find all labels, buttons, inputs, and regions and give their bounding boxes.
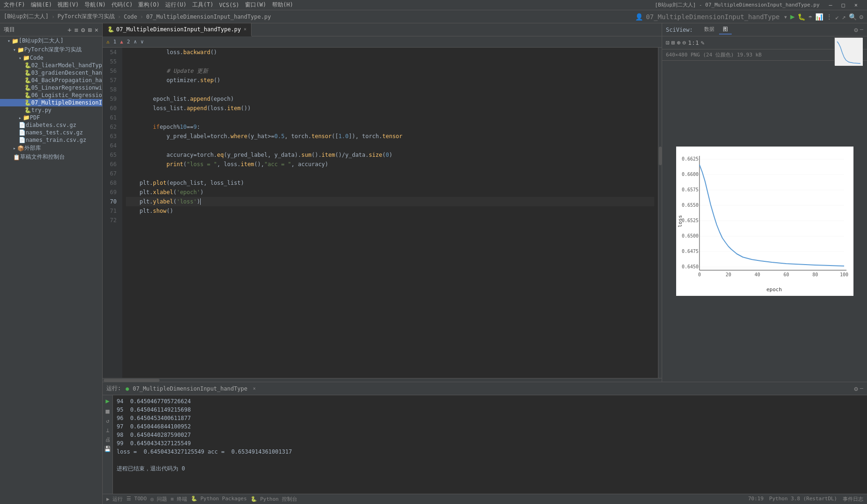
code-line-58	[126, 85, 654, 94]
run-stop-icon[interactable]: ■	[105, 407, 109, 415]
zoom-out-icon[interactable]: ⊖	[682, 39, 686, 46]
code-line-62: if epoch % 10 == 9:	[126, 122, 654, 132]
code-content[interactable]: loss.backward() # Update 更新	[122, 48, 658, 378]
menu-window[interactable]: 窗口(W)	[245, 1, 266, 9]
menu-nav[interactable]: 导航(N)	[84, 1, 106, 9]
run-print-icon[interactable]: 🖨	[105, 436, 111, 443]
toolbar-collapse[interactable]: ≡	[74, 26, 78, 34]
status-python[interactable]: Python 3.8 (RestartDL)	[769, 496, 837, 503]
scrollbar-thumb[interactable]	[659, 147, 662, 165]
menu-run[interactable]: 运行(U)	[165, 1, 187, 9]
editor-hscrollbar[interactable]	[103, 378, 662, 382]
tree-file-04[interactable]: 🐍 04_BackPropagation_handType.py	[0, 77, 102, 84]
status-event-log[interactable]: 事件日志	[843, 496, 863, 503]
code-editor[interactable]: 54 55 56 57 58 59 60 61 62 63 64 65	[103, 48, 662, 378]
tree-file-05[interactable]: 🐍 05_LinearRegressionwithPyTorch_handTyp…	[0, 84, 102, 91]
menu-code[interactable]: 代码(C)	[112, 1, 133, 9]
tree-file-02[interactable]: 🐍 02_liearModel_handType.py	[0, 62, 102, 69]
profile-button[interactable]: 📊	[815, 13, 823, 21]
arrow-up[interactable]: ∧	[134, 39, 137, 45]
settings-icon[interactable]: ⚙	[860, 13, 863, 21]
run-settings-icon[interactable]: ⚙	[854, 385, 858, 392]
run-play-icon[interactable]: ▶	[105, 397, 109, 405]
vcs-update[interactable]: ↙	[835, 13, 839, 21]
arrow-down[interactable]: ∨	[140, 39, 144, 45]
menu-vcs[interactable]: VCS(S)	[219, 2, 239, 8]
hscrollbar-thumb[interactable]	[104, 379, 160, 382]
more-button[interactable]: ⋮	[826, 13, 832, 21]
tree-names-test[interactable]: 📄 names_test.csv.gz	[0, 129, 102, 136]
menu-help[interactable]: 帮助(H)	[272, 1, 294, 9]
output-line-99: 99 0.6450434327125549	[117, 439, 863, 448]
menu-edit[interactable]: 编辑(E)	[31, 1, 52, 9]
tree-scratch[interactable]: 📋 草稿文件和控制台	[0, 153, 102, 161]
run-button[interactable]: ▶	[790, 12, 795, 21]
code-line-64	[126, 141, 654, 150]
status-console[interactable]: 🐍 Python 控制台	[251, 496, 297, 503]
error-icon: ▲	[120, 39, 123, 45]
line-num-60: 60	[103, 104, 119, 113]
menu-view[interactable]: 视图(V)	[57, 1, 79, 9]
coverage-button[interactable]: ☂	[808, 13, 812, 21]
code-line-72	[126, 216, 654, 225]
window-maximize[interactable]: □	[842, 2, 845, 8]
status-terminal[interactable]: ≡ 终端	[171, 496, 187, 503]
menu-refactor[interactable]: 重构(O)	[138, 1, 160, 9]
run-minimize-icon[interactable]: —	[860, 385, 863, 392]
svg-rect-27	[835, 38, 863, 66]
status-position[interactable]: 70:19	[748, 496, 763, 503]
editor-tab-active[interactable]: 🐍 07_MultipleDimensionInput_handType.py …	[103, 23, 252, 36]
tree-external[interactable]: ▸ 📦 外部库	[0, 144, 102, 153]
vcs-push[interactable]: ↗	[842, 13, 846, 21]
window-minimize[interactable]: —	[829, 2, 832, 8]
run-tab-close[interactable]: ×	[253, 386, 256, 391]
tree-file-06[interactable]: 🐍 06_Logistic_Regression_handType.py	[0, 91, 102, 99]
toolbar-layout[interactable]: ⊞	[88, 26, 91, 34]
tree-file-03[interactable]: 🐍 03_gradienDescent_handType.py	[0, 69, 102, 77]
status-todo[interactable]: ☰ TODO	[126, 496, 147, 503]
status-run[interactable]: ▶ 运行	[106, 496, 123, 503]
warning-count: 1	[113, 39, 117, 45]
edit-icon[interactable]: ✎	[701, 39, 705, 46]
zoom-in-icon[interactable]: ⊕	[677, 39, 681, 46]
tree-names-train[interactable]: 📄 names_train.csv.gz	[0, 136, 102, 144]
menu-tools[interactable]: 工具(T)	[192, 1, 214, 9]
run-output[interactable]: 94 0.6450467705726624 95 0.6450461149215…	[113, 395, 867, 494]
tree-file-07[interactable]: 🐍 07_MultipleDimensionInput_handType.py	[0, 99, 102, 106]
run-rerun-icon[interactable]: ↺	[106, 418, 109, 424]
sciview-tab-chart[interactable]: 图	[719, 25, 732, 35]
zoom-ratio: 1:1	[688, 39, 699, 46]
toolbar-close-panel[interactable]: ×	[95, 26, 98, 34]
sciview-settings[interactable]: ⚙	[854, 26, 858, 34]
search-everywhere[interactable]: 🔍	[849, 13, 857, 21]
tree-root[interactable]: ▾ 📁 [B站up刘二大人]	[0, 36, 102, 45]
status-problems[interactable]: ◎ 问题	[150, 496, 167, 503]
editor-scrollbar[interactable]	[658, 48, 662, 378]
status-packages[interactable]: 🐍 Python Packages	[191, 496, 247, 503]
toolbar-settings[interactable]: ⚙	[81, 26, 85, 34]
window-close[interactable]: ×	[854, 2, 858, 8]
line-num-69: 69	[103, 188, 119, 197]
run-scroll-icon[interactable]: ⊥	[106, 427, 109, 434]
sciview-dropdown[interactable]: 07_MultipleDimensionInput_handType ▾	[646, 13, 787, 21]
arrow-icon: ▾	[19, 56, 21, 61]
tree-pytorch[interactable]: ▾ 📁 PyTorch深度学习实战	[0, 45, 102, 54]
grid-icon[interactable]: ⊞	[671, 39, 675, 46]
sciview-minimize[interactable]: —	[860, 26, 863, 34]
debug-button[interactable]: 🐛	[797, 13, 805, 21]
menu-file[interactable]: 文件(F)	[4, 1, 25, 9]
tree-file-try[interactable]: 🐍 try.py	[0, 106, 102, 114]
tree-diabetes[interactable]: 📄 diabetes.csv.gz	[0, 121, 102, 129]
account-icon[interactable]: 👤	[635, 13, 643, 21]
code-line-68: plt.plot(epoch_list, loss_list)	[126, 178, 654, 188]
project-title: 项目	[4, 26, 15, 34]
run-save-icon[interactable]: 💾	[104, 446, 111, 452]
tree-pdf[interactable]: ▸ 📁 PDF	[0, 114, 102, 121]
folder-icon: 📁	[23, 114, 30, 121]
run-tab-name[interactable]: 07_MultipleDimensionInput_handType	[133, 385, 247, 392]
tree-code[interactable]: ▾ 📁 Code	[0, 54, 102, 62]
sciview-tab-data[interactable]: 数据	[700, 25, 718, 35]
fit-icon[interactable]: ⊡	[666, 39, 670, 46]
tab-close-btn[interactable]: ×	[244, 27, 246, 32]
toolbar-add[interactable]: +	[68, 26, 71, 34]
